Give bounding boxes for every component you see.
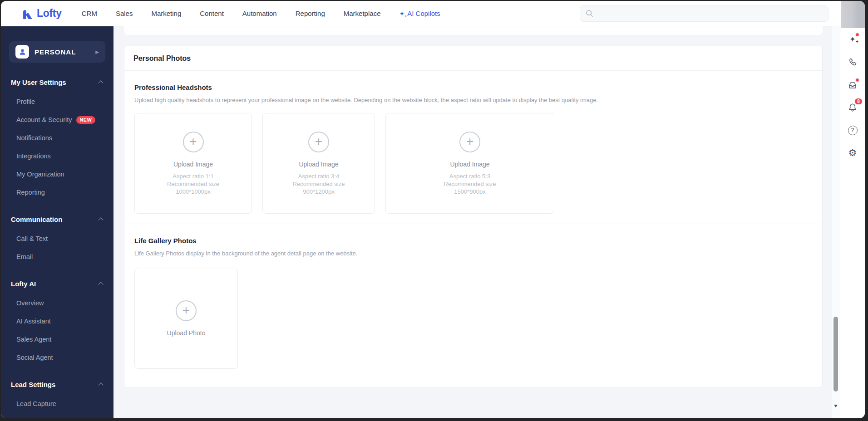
search-icon: [586, 10, 593, 17]
sidebar-item-label: Notifications: [16, 134, 52, 142]
upload-meta: Aspect ratio 5:3 Recommended size 1500*9…: [444, 172, 496, 196]
scrollbar-down-arrow[interactable]: [834, 405, 838, 407]
chevron-up-icon: [98, 217, 103, 222]
sidebar-item-label: Email: [16, 253, 33, 260]
chevron-right-icon: ▶: [95, 49, 99, 54]
sidebar-item-call-text[interactable]: Call & Text: [1, 230, 113, 248]
chevron-up-icon: [98, 382, 103, 387]
gear-icon: ⚙: [848, 148, 857, 158]
sidebar-item-label: Overview: [16, 299, 44, 307]
sidebar-item-account-security[interactable]: Account & Security NEW: [1, 111, 113, 129]
nav-item-crm[interactable]: CRM: [82, 10, 97, 17]
section-description: Upload high quality headshots to represe…: [134, 97, 813, 103]
user-avatar-icon: [15, 45, 29, 59]
sidebar-item-label: Lead Capture: [16, 400, 56, 407]
sidebar-item-overview[interactable]: Overview: [1, 294, 113, 312]
sidebar-item-ai-assistant[interactable]: AI Assistant: [1, 312, 113, 330]
life-gallery-section: Life Gallery Photos Life Gallery Photos …: [124, 224, 822, 379]
sidebar-item-label: AI Assistant: [16, 318, 51, 325]
sidebar-item-social-agent[interactable]: Social Agent: [1, 348, 113, 367]
top-right-overlay: [841, 1, 865, 28]
main-content: Personal Photos Professional Headshots U…: [113, 26, 832, 418]
notification-dot: [855, 78, 859, 82]
sidebar-item-label: Profile: [16, 98, 35, 105]
app-window: Lofty CRM Sales Marketing Content Automa…: [1, 1, 865, 418]
personal-photos-card: Personal Photos Professional Headshots U…: [124, 46, 823, 387]
workspace-switcher[interactable]: PERSONAL ▶: [9, 41, 105, 63]
lofty-logo[interactable]: Lofty: [21, 7, 62, 20]
plus-icon: +: [176, 300, 197, 321]
upload-image-box-5-3[interactable]: + Upload Image Aspect ratio 5:3 Recommen…: [385, 113, 554, 214]
sidebar-item-sales-agent[interactable]: Sales Agent: [1, 330, 113, 348]
nav-item-reporting[interactable]: Reporting: [296, 10, 325, 17]
sidebar-item-label: Call & Text: [16, 235, 48, 242]
headshot-upload-row: + Upload Image Aspect ratio 1:1 Recommen…: [134, 113, 813, 214]
phone-icon: [848, 57, 858, 67]
sparkle-icon: ✦+: [849, 36, 855, 43]
upload-image-box-1-1[interactable]: + Upload Image Aspect ratio 1:1 Recommen…: [134, 113, 252, 214]
nav-item-marketplace[interactable]: Marketplace: [344, 10, 381, 17]
right-utility-rail: ✦+ 8 ? ⚙: [840, 26, 865, 418]
nav-item-content[interactable]: Content: [200, 10, 224, 17]
upload-label: Upload Image: [450, 161, 489, 168]
plus-icon: +: [459, 132, 480, 152]
nav-item-automation[interactable]: Automation: [242, 10, 277, 17]
sidebar-item-my-organization[interactable]: My Organization: [1, 165, 113, 183]
sidebar-item-email[interactable]: Email: [1, 248, 113, 266]
notification-count-badge: 8: [854, 98, 863, 105]
notifications-rail-button[interactable]: 8: [847, 102, 858, 113]
section-description: Life Gallery Photos display in the backg…: [134, 250, 813, 257]
primary-nav: CRM Sales Marketing Content Automation R…: [82, 10, 440, 17]
sidebar-item-profile[interactable]: Profile: [1, 93, 113, 111]
inbox-rail-button[interactable]: [847, 79, 858, 91]
sidebar-item-integrations[interactable]: Integrations: [1, 147, 113, 165]
sidebar-item-reporting[interactable]: Reporting: [1, 183, 113, 201]
phone-rail-button[interactable]: [847, 56, 858, 68]
nav-item-ai-copilots[interactable]: ✦+ AI Copilots: [399, 10, 440, 17]
card-title-row: Personal Photos: [124, 46, 822, 71]
ai-copilots-label: AI Copilots: [407, 10, 440, 17]
sidebar-item-label: Reporting: [16, 189, 45, 196]
sidebar-item-lead-routing[interactable]: Lead Routing: [1, 413, 113, 418]
nav-item-sales[interactable]: Sales: [116, 10, 133, 17]
help-rail-button[interactable]: ?: [847, 124, 858, 136]
nav-item-marketing[interactable]: Marketing: [151, 10, 181, 17]
sidebar-header-lofty-ai[interactable]: Lofty AI: [1, 273, 113, 294]
ai-copilot-rail-button[interactable]: ✦+: [847, 34, 858, 45]
upload-label: Upload Image: [299, 161, 338, 168]
plus-icon: +: [308, 132, 329, 152]
notification-dot: [855, 33, 859, 37]
settings-sidebar: PERSONAL ▶ My User Settings Profile Acco…: [1, 26, 113, 418]
upload-photo-box[interactable]: + Upload Photo: [134, 268, 238, 369]
professional-headshots-section: Professional Headshots Upload high quali…: [124, 71, 822, 224]
upload-meta: Aspect ratio 3:4 Recommended size 900*12…: [293, 172, 345, 196]
workspace-label: PERSONAL: [35, 48, 76, 56]
lofty-logo-icon: [21, 7, 34, 20]
upload-label: Upload Image: [173, 161, 213, 168]
settings-rail-button[interactable]: ⚙: [847, 147, 858, 159]
sidebar-section-my-user-settings: My User Settings Profile Account & Secur…: [1, 72, 113, 201]
sidebar-header-lead-settings[interactable]: Lead Settings: [1, 374, 113, 395]
sidebar-item-notifications[interactable]: Notifications: [1, 129, 113, 147]
sidebar-item-label: Social Agent: [16, 354, 53, 361]
section-title: Life Gallery Photos: [134, 237, 813, 245]
sidebar-item-label: My Organization: [16, 171, 64, 178]
sidebar-item-label: Account & Security: [16, 116, 72, 123]
sidebar-header-communication[interactable]: Communication: [1, 209, 113, 230]
main-scrollbar-thumb[interactable]: [833, 317, 838, 392]
page-title: Personal Photos: [133, 54, 191, 63]
global-search[interactable]: [580, 5, 829, 22]
global-search-input[interactable]: [597, 10, 823, 17]
upload-image-box-3-4[interactable]: + Upload Image Aspect ratio 3:4 Recommen…: [262, 113, 375, 214]
sidebar-header-my-user-settings[interactable]: My User Settings: [1, 72, 113, 93]
logo-text: Lofty: [37, 7, 62, 20]
top-navigation-bar: Lofty CRM Sales Marketing Content Automa…: [1, 1, 865, 26]
main-scrollbar-track[interactable]: [832, 26, 840, 418]
new-badge: NEW: [76, 116, 96, 124]
section-title: Professional Headshots: [134, 83, 813, 91]
upload-label: Upload Photo: [167, 329, 206, 337]
sidebar-item-lead-capture[interactable]: Lead Capture: [1, 395, 113, 413]
chevron-up-icon: [98, 282, 103, 287]
sidebar-section-lofty-ai: Lofty AI Overview AI Assistant Sales Age…: [1, 273, 113, 367]
chevron-up-icon: [98, 80, 103, 85]
